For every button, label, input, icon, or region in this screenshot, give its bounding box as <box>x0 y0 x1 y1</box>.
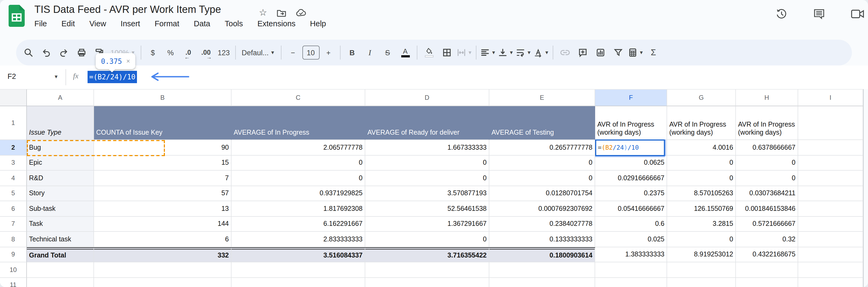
cell-D6[interactable]: 52.56461538 <box>365 201 489 216</box>
column-header-H[interactable]: H <box>736 89 798 106</box>
bold-button[interactable]: B <box>343 43 361 62</box>
menu-view[interactable]: View <box>89 19 106 28</box>
insert-chart-icon[interactable] <box>591 43 609 62</box>
text-color-icon[interactable]: A <box>396 43 414 62</box>
cloud-status-icon[interactable] <box>296 8 307 17</box>
cell-C3[interactable]: 0 <box>231 155 365 171</box>
cell-E1[interactable]: AVERAGE of Testing <box>489 106 595 140</box>
menu-edit[interactable]: Edit <box>62 19 75 28</box>
cell-D9[interactable]: 3.716355422 <box>365 247 489 262</box>
cell-G2[interactable]: 4.0016 <box>667 140 736 155</box>
cell-D7[interactable]: 1.367291667 <box>365 216 489 232</box>
cell-E6[interactable]: 0.0007692307692 <box>489 201 595 216</box>
format-currency-button[interactable]: $ <box>144 43 162 62</box>
column-header-G[interactable]: G <box>667 89 736 106</box>
cell-D2[interactable]: 1.667333333 <box>365 140 489 155</box>
cell-D10[interactable] <box>365 262 489 278</box>
cell-I3[interactable] <box>798 155 863 171</box>
row-header-1[interactable]: 1 <box>0 106 27 140</box>
cell-E5[interactable]: 0.01280701754 <box>489 186 595 201</box>
cell-B10[interactable] <box>94 262 231 278</box>
cell-C2[interactable]: 2.065777778 <box>231 140 365 155</box>
cell-C6[interactable]: 1.817692308 <box>231 201 365 216</box>
vertical-align-icon[interactable]: ▼ <box>497 43 515 62</box>
tooltip-close-icon[interactable]: × <box>126 58 130 65</box>
cell-H11[interactable] <box>736 278 798 287</box>
cell-E8[interactable]: 0.1333333333 <box>489 232 595 247</box>
menu-extensions[interactable]: Extensions <box>257 19 296 28</box>
text-rotation-icon[interactable]: ▼ <box>532 43 550 62</box>
cell-B2[interactable]: 90 <box>94 140 231 155</box>
fill-color-icon[interactable] <box>420 43 438 62</box>
cell-F5[interactable]: 0.2375 <box>595 186 667 201</box>
cell-I1[interactable] <box>798 106 863 140</box>
italic-button[interactable]: I <box>361 43 379 62</box>
cell-H5[interactable]: 0.03073684211 <box>736 186 798 201</box>
comments-icon[interactable] <box>813 8 825 20</box>
cell-H2[interactable]: 0.6378666667 <box>736 140 798 155</box>
move-folder-icon[interactable] <box>277 8 286 17</box>
cell-G11[interactable] <box>667 278 736 287</box>
cell-E9[interactable]: 0.1800903614 <box>489 247 595 262</box>
cell-A5[interactable]: Story <box>27 186 94 201</box>
cell-B6[interactable]: 13 <box>94 201 231 216</box>
select-all-corner[interactable] <box>0 89 27 106</box>
cell-B1[interactable]: COUNTA of Issue Key <box>94 106 231 140</box>
cell-H8[interactable]: 0.32 <box>736 232 798 247</box>
row-header-4[interactable]: 4 <box>0 171 27 186</box>
cell-E4[interactable]: 0 <box>489 171 595 186</box>
row-header-11[interactable]: 11 <box>0 278 27 287</box>
more-formats-button[interactable]: 123 <box>215 43 232 62</box>
column-header-I[interactable]: I <box>798 89 863 106</box>
cell-G10[interactable] <box>667 262 736 278</box>
cell-C4[interactable]: 0 <box>231 171 365 186</box>
video-call-icon[interactable] <box>851 8 865 20</box>
cell-F4[interactable]: 0.02916666667 <box>595 171 667 186</box>
cell-F9[interactable]: 1.383333333 <box>595 247 667 262</box>
create-filter-icon[interactable] <box>609 43 627 62</box>
cell-I7[interactable] <box>798 216 863 232</box>
name-box-caret-icon[interactable]: ▼ <box>54 74 59 79</box>
menu-file[interactable]: File <box>34 19 47 28</box>
cell-F8[interactable]: 0.025 <box>595 232 667 247</box>
cell-H3[interactable]: 0 <box>736 155 798 171</box>
cell-F1[interactable]: AVR of In Progress (working days) <box>595 106 667 140</box>
cell-B7[interactable]: 144 <box>94 216 231 232</box>
name-box[interactable]: F2 <box>7 72 16 80</box>
cell-G5[interactable]: 8.570105263 <box>667 186 736 201</box>
cell-F10[interactable] <box>595 262 667 278</box>
menu-insert[interactable]: Insert <box>121 19 140 28</box>
cell-B4[interactable]: 7 <box>94 171 231 186</box>
cell-E3[interactable]: 0 <box>489 155 595 171</box>
menu-help[interactable]: Help <box>310 19 326 28</box>
cell-D1[interactable]: AVERAGE of Ready for deliver <box>365 106 489 140</box>
cell-D8[interactable]: 0 <box>365 232 489 247</box>
cell-G1[interactable]: AVR of In Progress (working days) <box>667 106 736 140</box>
cell-D3[interactable]: 0 <box>365 155 489 171</box>
cell-D4[interactable]: 0 <box>365 171 489 186</box>
cell-G8[interactable]: 0 <box>667 232 736 247</box>
cell-C10[interactable] <box>231 262 365 278</box>
menu-tools[interactable]: Tools <box>225 19 243 28</box>
cell-B8[interactable]: 6 <box>94 232 231 247</box>
cell-A6[interactable]: Sub-task <box>27 201 94 216</box>
menu-format[interactable]: Format <box>155 19 179 28</box>
strikethrough-button[interactable]: S <box>379 43 396 62</box>
cell-H1[interactable]: AVR of In Progress (working days) <box>736 106 798 140</box>
horizontal-align-icon[interactable]: ▼ <box>479 43 497 62</box>
cell-G4[interactable]: 0 <box>667 171 736 186</box>
row-header-2[interactable]: 2 <box>0 140 27 155</box>
insert-comment-icon[interactable] <box>574 43 591 62</box>
row-header-3[interactable]: 3 <box>0 155 27 171</box>
increase-decimal-icon[interactable]: .00→ <box>197 43 215 62</box>
cell-I2[interactable] <box>798 140 863 155</box>
column-header-C[interactable]: C <box>231 89 365 106</box>
cell-C8[interactable]: 2.833333333 <box>231 232 365 247</box>
cell-A4[interactable]: R&D <box>27 171 94 186</box>
borders-icon[interactable] <box>438 43 456 62</box>
menu-data[interactable]: Data <box>194 19 210 28</box>
cell-C7[interactable]: 6.162291667 <box>231 216 365 232</box>
cell-I6[interactable] <box>798 201 863 216</box>
cell-A11[interactable] <box>27 278 94 287</box>
font-family-button[interactable]: Defaul...▼ <box>239 43 278 62</box>
